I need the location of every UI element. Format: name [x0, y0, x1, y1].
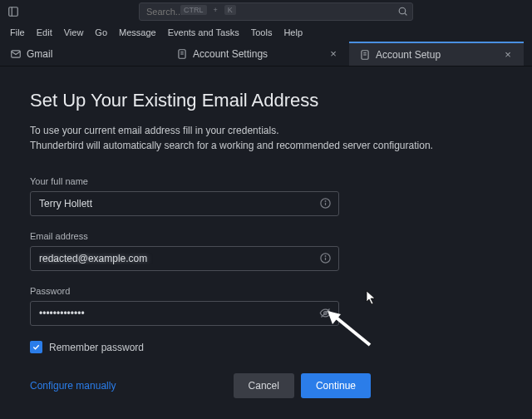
- menu-tools[interactable]: Tools: [246, 26, 278, 39]
- password-input[interactable]: [30, 301, 339, 326]
- search-icon: [397, 6, 408, 19]
- svg-point-2: [399, 7, 406, 14]
- field-email: Email address: [30, 231, 502, 271]
- close-icon[interactable]: ×: [502, 49, 514, 61]
- tab-account-settings[interactable]: Account Settings ×: [166, 42, 349, 66]
- actions-row: Configure manually Cancel Continue: [30, 373, 371, 398]
- titlebar: CTRL+K: [0, 0, 532, 23]
- field-password: Password: [30, 286, 502, 326]
- svg-line-3: [405, 13, 406, 15]
- info-icon[interactable]: [319, 252, 332, 265]
- password-label: Password: [30, 286, 502, 296]
- info-icon[interactable]: [319, 197, 332, 210]
- menu-edit[interactable]: Edit: [32, 26, 57, 39]
- page-description: To use your current email address fill i…: [30, 123, 502, 153]
- document-icon: [359, 49, 371, 61]
- tab-label: Gmail: [27, 48, 52, 60]
- menu-view[interactable]: View: [59, 26, 89, 39]
- svg-point-16: [325, 256, 326, 257]
- name-label: Your full name: [30, 176, 502, 186]
- menu-message[interactable]: Message: [114, 26, 161, 39]
- tab-gmail[interactable]: Gmail: [0, 42, 166, 66]
- configure-manually-link[interactable]: Configure manually: [30, 380, 116, 392]
- cancel-button[interactable]: Cancel: [234, 373, 294, 398]
- email-label: Email address: [30, 231, 502, 241]
- remember-password-checkbox[interactable]: Remember password: [30, 341, 502, 353]
- svg-point-13: [325, 201, 326, 202]
- menu-file[interactable]: File: [5, 26, 30, 39]
- continue-button[interactable]: Continue: [301, 373, 371, 398]
- mail-icon: [10, 48, 22, 60]
- menu-events-tasks[interactable]: Events and Tasks: [163, 26, 244, 39]
- tab-label: Account Settings: [193, 48, 268, 60]
- menubar: File Edit View Go Message Events and Tas…: [0, 23, 532, 42]
- page-title: Set Up Your Existing Email Address: [30, 90, 502, 111]
- search-shortcut: CTRL+K: [180, 5, 236, 15]
- menu-help[interactable]: Help: [278, 26, 308, 39]
- sidebar-toggle-icon[interactable]: [7, 5, 20, 18]
- menu-go[interactable]: Go: [90, 26, 112, 39]
- field-name: Your full name: [30, 176, 502, 216]
- document-icon: [176, 48, 188, 60]
- main-content: Set Up Your Existing Email Address To us…: [0, 67, 532, 419]
- email-input[interactable]: [30, 246, 339, 271]
- remember-label: Remember password: [49, 342, 144, 353]
- checkbox-checked-icon: [30, 341, 42, 353]
- tab-account-setup[interactable]: Account Setup ×: [349, 42, 524, 66]
- svg-rect-0: [9, 7, 18, 17]
- tab-label: Account Setup: [376, 49, 441, 61]
- tab-strip: Gmail Account Settings × Account Setup ×: [0, 42, 532, 67]
- global-search: CTRL+K: [139, 2, 413, 21]
- close-icon[interactable]: ×: [328, 48, 339, 60]
- eye-off-icon[interactable]: [319, 307, 332, 320]
- name-input[interactable]: [30, 191, 339, 216]
